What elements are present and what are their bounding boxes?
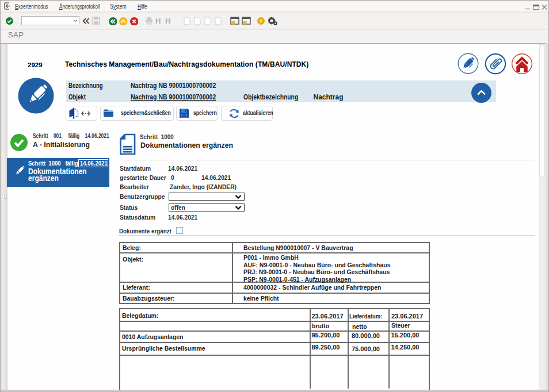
svg-text:?: ?: [260, 18, 263, 24]
